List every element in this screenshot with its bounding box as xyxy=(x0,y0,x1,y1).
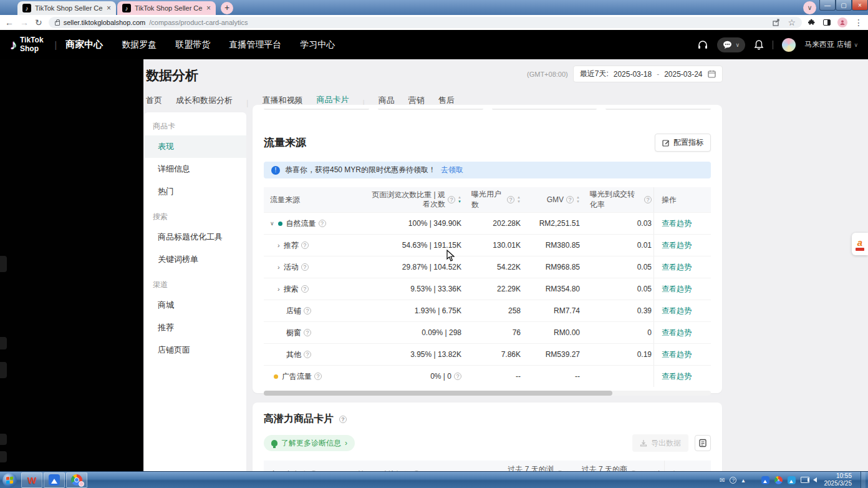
shop-avatar[interactable] xyxy=(782,38,796,52)
col-pageviews[interactable]: 页面浏览次数比重 | 观看次数 ? ▲▼ xyxy=(351,187,466,212)
diagnosis-info-link[interactable]: 了解更多诊断信息 › xyxy=(264,435,355,451)
tray-mail-icon[interactable]: ✉ xyxy=(720,477,725,484)
sidebar-item-trending[interactable]: 热门 xyxy=(144,180,246,203)
chevron-down-icon[interactable]: ∨ xyxy=(270,220,274,227)
sidebar-item-shop-page[interactable]: 店铺页面 xyxy=(144,339,246,361)
taskbar-chrome-icon[interactable] xyxy=(66,472,87,488)
sidebar-item-title-optimizer[interactable]: 商品标题优化工具 xyxy=(144,226,246,248)
tray-help-icon[interactable]: ? xyxy=(730,477,736,484)
sort-icons[interactable]: ▲▼ xyxy=(576,195,580,203)
tab-home[interactable]: 首页 xyxy=(146,95,162,110)
info-icon[interactable]: ? xyxy=(314,373,322,380)
sidebar-item-keyword-ranking[interactable]: 关键词榜单 xyxy=(144,248,246,271)
taskbar-wps-icon[interactable]: W xyxy=(21,472,42,488)
info-icon[interactable]: ? xyxy=(507,196,514,203)
back-icon[interactable]: ← xyxy=(5,18,14,27)
notification-bell-icon[interactable] xyxy=(754,39,764,50)
new-tab-button[interactable]: + xyxy=(221,2,233,14)
shop-switcher[interactable]: 马来西亚 店铺 ∨ xyxy=(804,39,858,50)
scrollbar-thumb[interactable] xyxy=(264,391,612,396)
tray-expand-icon[interactable]: ▴ xyxy=(741,477,745,484)
rail-stub[interactable] xyxy=(0,256,7,272)
chevron-right-icon[interactable]: › xyxy=(277,285,280,293)
nav-item-learning-center[interactable]: 学习中心 xyxy=(300,39,335,51)
window-close-button[interactable]: × xyxy=(852,0,868,11)
rail-stub[interactable] xyxy=(0,451,7,462)
info-icon[interactable]: ? xyxy=(319,220,326,227)
window-minimize-button[interactable]: — xyxy=(819,0,836,11)
chevron-right-icon[interactable]: › xyxy=(277,242,280,249)
view-trend-link[interactable]: 查看趋势 xyxy=(662,349,692,360)
export-data-button[interactable]: 导出数据 xyxy=(632,434,688,452)
sort-icons[interactable]: ▲▼ xyxy=(458,195,461,203)
rail-stub[interactable] xyxy=(0,362,7,378)
info-icon[interactable]: ? xyxy=(304,329,311,336)
address-bar[interactable]: seller.tiktokglobalshop.com/compass/prod… xyxy=(49,17,802,28)
info-icon[interactable]: ? xyxy=(644,196,652,203)
table-settings-button[interactable] xyxy=(695,435,711,451)
browser-tab-1[interactable]: ♪ TikTok Shop Seller Center | Cr × xyxy=(17,1,116,15)
view-trend-link[interactable]: 查看趋势 xyxy=(662,328,692,338)
info-icon[interactable]: ? xyxy=(566,196,574,203)
tab-growth-analytics[interactable]: 成长和数据分析 xyxy=(176,95,233,110)
floating-promo-widget[interactable]: a xyxy=(852,233,868,255)
sidebar-item-mall[interactable]: 商城 xyxy=(144,294,246,316)
window-maximize-button[interactable]: ▢ xyxy=(836,0,852,11)
nav-item-affiliate[interactable]: 联盟带货 xyxy=(175,39,210,51)
tab-close-icon[interactable]: × xyxy=(206,4,211,12)
tray-chrome-icon[interactable] xyxy=(774,476,783,484)
browser-tab-2-active[interactable]: ♪ TikTok Shop Seller Center | Cr × xyxy=(117,1,216,15)
forward-icon[interactable]: → xyxy=(20,18,29,27)
info-icon[interactable]: ? xyxy=(304,351,311,358)
view-trend-link[interactable]: 查看趋势 xyxy=(662,218,692,229)
side-panel-icon[interactable] xyxy=(823,19,831,26)
sidebar-item-performance[interactable]: 表现 xyxy=(144,135,246,158)
tab-close-icon[interactable]: × xyxy=(107,4,111,12)
col-conversion-rate[interactable]: 曝光到成交转化率 ? xyxy=(585,187,653,212)
tray-meeting-icon[interactable] xyxy=(761,476,769,484)
sort-icons[interactable]: ▲▼ xyxy=(517,195,521,203)
info-icon[interactable]: ? xyxy=(304,307,311,315)
browser-profile-avatar[interactable] xyxy=(837,17,847,27)
headset-icon[interactable] xyxy=(697,39,708,51)
date-range-picker[interactable]: 最近7天: 2025-03-18 - 2025-03-24 xyxy=(573,66,723,82)
nav-item-seller-center[interactable]: 商家中心 xyxy=(65,39,103,51)
browser-menu-icon[interactable]: ⋮ xyxy=(854,18,863,27)
view-trend-link[interactable]: 查看趋势 xyxy=(662,240,692,251)
sidebar-item-details[interactable]: 详细信息 xyxy=(144,158,246,180)
nav-item-data-compass[interactable]: 数据罗盘 xyxy=(122,39,157,51)
info-icon[interactable]: ? xyxy=(339,416,347,423)
share-icon[interactable] xyxy=(773,19,780,26)
col-gmv[interactable]: GMV ? ▲▼ xyxy=(526,187,585,212)
reload-icon[interactable]: ↻ xyxy=(35,18,42,27)
view-trend-link[interactable]: 查看趋势 xyxy=(662,371,692,382)
configure-metrics-button[interactable]: 配置指标 xyxy=(655,134,711,152)
claim-coupon-link[interactable]: 去领取 xyxy=(441,165,463,175)
info-icon[interactable]: ? xyxy=(448,196,455,203)
horizontal-scrollbar[interactable] xyxy=(264,391,711,396)
tray-volume-icon[interactable] xyxy=(813,477,817,482)
info-icon[interactable]: ? xyxy=(454,373,461,380)
view-trend-link[interactable]: 查看趋势 xyxy=(662,306,692,316)
view-trend-link[interactable]: 查看趋势 xyxy=(662,284,692,295)
extensions-icon[interactable] xyxy=(808,19,816,27)
tab-search-icon[interactable]: ∨ xyxy=(803,1,816,14)
rail-stub[interactable] xyxy=(0,434,7,445)
col-exposed-users[interactable]: 曝光用户数 ? ▲▼ xyxy=(466,187,526,212)
tiktok-shop-logo[interactable]: ♪ TikTok Shop xyxy=(10,36,44,52)
taskbar-clock[interactable]: 10:55 2025/3/25 xyxy=(824,472,852,487)
info-icon[interactable]: ? xyxy=(301,263,309,271)
rail-stub[interactable] xyxy=(0,337,7,349)
bookmark-star-icon[interactable]: ☆ xyxy=(788,18,796,27)
start-button[interactable] xyxy=(2,473,17,487)
show-desktop-button[interactable] xyxy=(861,472,866,488)
messages-button[interactable]: ∨ xyxy=(717,37,745,52)
chevron-right-icon[interactable]: › xyxy=(277,263,280,271)
sidebar-item-recommend[interactable]: 推荐 xyxy=(144,316,246,339)
taskbar-meeting-icon[interactable] xyxy=(44,472,65,488)
info-icon[interactable]: ? xyxy=(301,285,309,293)
view-trend-link[interactable]: 查看趋势 xyxy=(662,262,692,273)
info-icon[interactable]: ? xyxy=(301,242,309,249)
tray-app-icon[interactable] xyxy=(788,476,796,484)
nav-item-live-management[interactable]: 直播管理平台 xyxy=(229,39,281,51)
